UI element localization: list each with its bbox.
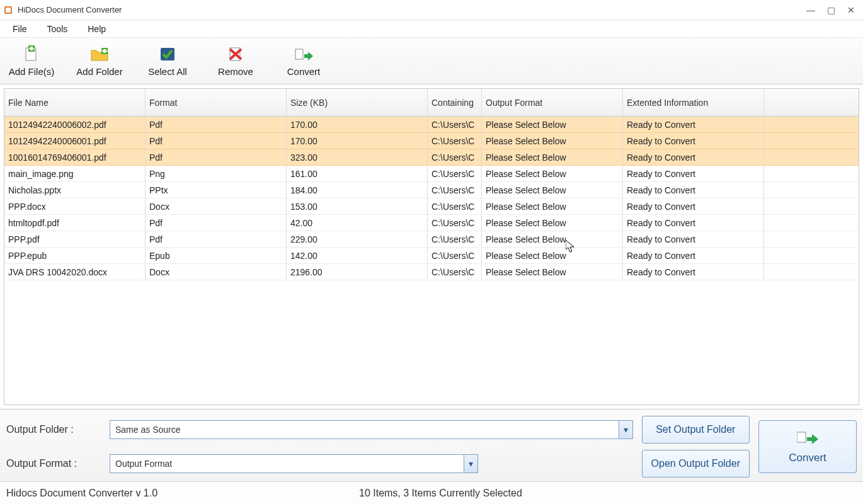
table-row[interactable]: PPP.epubEpub142.00C:\Users\CPlease Selec… (4, 248, 859, 264)
cell-format: Pdf (146, 149, 287, 165)
table-row[interactable]: 10016014769406001.pdfPdf323.00C:\Users\C… (4, 149, 859, 166)
col-header-format[interactable]: Format (146, 89, 287, 116)
svg-rect-5 (29, 48, 34, 49)
cell-containing: C:\Users\C (428, 133, 482, 149)
cell-format: Png (146, 166, 287, 181)
cell-containing: C:\Users\C (428, 149, 482, 165)
convert-button[interactable]: Convert (758, 420, 857, 473)
cell-filename: PPP.pdf (4, 231, 146, 247)
titlebar: HiDocs Document Converter — ▢ ✕ (0, 0, 863, 20)
add-file-icon (21, 45, 42, 64)
chevron-down-icon: ▾ (619, 421, 632, 438)
cell-containing: C:\Users\C (428, 231, 482, 247)
cell-filename: PPP.docx (4, 198, 146, 214)
col-header-extinfo[interactable]: Extented Information (623, 89, 764, 116)
select-all-icon (157, 45, 178, 64)
close-button[interactable]: ✕ (847, 5, 855, 15)
col-header-outputfmt[interactable]: Output Format (482, 89, 623, 116)
add-files-label: Add File(s) (9, 66, 55, 77)
cell-size: 170.00 (287, 133, 428, 149)
cell-extinfo: Ready to Convert (623, 264, 764, 280)
cell-outputfmt: Please Select Below (482, 133, 623, 149)
table-row[interactable]: 10124942240006002.pdfPdf170.00C:\Users\C… (4, 117, 859, 133)
menubar: File Tools Help (0, 20, 863, 38)
cell-format: Docx (146, 264, 287, 280)
cell-outputfmt: Please Select Below (482, 215, 623, 231)
table-row[interactable]: htmltopdf.pdfPdf42.00C:\Users\CPlease Se… (4, 215, 859, 231)
remove-icon (225, 45, 246, 64)
cell-containing: C:\Users\C (428, 215, 482, 231)
convert-toolbar-button[interactable]: Convert (278, 45, 329, 77)
add-files-button[interactable]: Add File(s) (6, 45, 57, 77)
table-row[interactable]: PPP.pdfPdf229.00C:\Users\CPlease Select … (4, 231, 859, 248)
cell-extinfo: Ready to Convert (623, 166, 764, 181)
cell-outputfmt: Please Select Below (482, 231, 623, 247)
cell-extinfo: Ready to Convert (623, 248, 764, 263)
cell-size: 42.00 (287, 215, 428, 231)
col-header-rest (764, 89, 859, 116)
cell-rest (764, 231, 859, 247)
cell-outputfmt: Please Select Below (482, 264, 623, 280)
table-row[interactable]: 10124942240006001.pdfPdf170.00C:\Users\C… (4, 133, 859, 149)
cell-containing: C:\Users\C (428, 248, 482, 263)
table-body: 10124942240006002.pdfPdf170.00C:\Users\C… (4, 117, 859, 280)
menu-help[interactable]: Help (79, 22, 115, 36)
cell-filename: Nicholas.pptx (4, 182, 146, 198)
status-selection: 10 Items, 3 Items Currently Selected (359, 488, 522, 499)
cell-size: 142.00 (287, 248, 428, 263)
table-row[interactable]: JVA DRS 10042020.docxDocx2196.00C:\Users… (4, 264, 859, 280)
cell-rest (764, 198, 859, 214)
output-format-combo[interactable]: Output Format ▾ (110, 454, 478, 473)
cell-format: Pdf (146, 215, 287, 231)
add-folder-button[interactable]: Add Folder (74, 45, 125, 77)
remove-button[interactable]: Remove (210, 45, 261, 77)
cell-format: Epub (146, 248, 287, 263)
file-table: File Name Format Size (KB) Containing Ou… (4, 88, 859, 405)
add-folder-icon (89, 45, 110, 64)
maximize-button[interactable]: ▢ (826, 5, 835, 15)
output-folder-value: Same as Source (115, 425, 181, 435)
cell-outputfmt: Please Select Below (482, 198, 623, 214)
cell-extinfo: Ready to Convert (623, 117, 764, 132)
convert-panel: Convert (758, 420, 857, 473)
col-header-size[interactable]: Size (KB) (287, 89, 428, 116)
cell-rest (764, 166, 859, 181)
cell-filename: 10016014769406001.pdf (4, 149, 146, 165)
cell-extinfo: Ready to Convert (623, 133, 764, 149)
cell-extinfo: Ready to Convert (623, 149, 764, 165)
table-row[interactable]: Nicholas.pptxPPtx184.00C:\Users\CPlease … (4, 182, 859, 198)
bottom-panel: Output Folder : Same as Source ▾ Set Out… (0, 409, 863, 481)
add-folder-label: Add Folder (76, 66, 122, 77)
select-all-button[interactable]: Select All (142, 45, 193, 77)
cell-containing: C:\Users\C (428, 166, 482, 181)
col-header-filename[interactable]: File Name (4, 89, 146, 116)
cell-format: Pdf (146, 117, 287, 132)
cell-rest (764, 182, 859, 198)
cell-outputfmt: Please Select Below (482, 166, 623, 181)
output-folder-combo[interactable]: Same as Source ▾ (110, 420, 633, 439)
col-header-containing[interactable]: Containing (428, 89, 482, 116)
output-format-value: Output Format (115, 459, 172, 469)
cell-size: 2196.00 (287, 264, 428, 280)
open-output-folder-button[interactable]: Open Output Folder (642, 450, 750, 478)
app-icon (3, 4, 14, 16)
convert-arrow-icon (797, 430, 818, 448)
menu-file[interactable]: File (4, 22, 36, 36)
cell-rest (764, 149, 859, 165)
cell-size: 161.00 (287, 166, 428, 181)
svg-rect-11 (295, 49, 303, 59)
cell-filename: htmltopdf.pdf (4, 215, 146, 231)
minimize-button[interactable]: — (806, 5, 815, 15)
set-output-folder-button[interactable]: Set Output Folder (642, 416, 750, 444)
cell-format: PPtx (146, 182, 287, 198)
cell-filename: main_image.png (4, 166, 146, 181)
menu-tools[interactable]: Tools (38, 22, 77, 36)
table-header: File Name Format Size (KB) Containing Ou… (4, 89, 859, 117)
cell-format: Pdf (146, 231, 287, 247)
toolbar: Add File(s) Add Folder Select All Remove… (0, 38, 863, 84)
table-row[interactable]: main_image.pngPng161.00C:\Users\CPlease … (4, 166, 859, 182)
cell-outputfmt: Please Select Below (482, 182, 623, 198)
cell-rest (764, 117, 859, 132)
table-row[interactable]: PPP.docxDocx153.00C:\Users\CPlease Selec… (4, 198, 859, 215)
cell-filename: PPP.epub (4, 248, 146, 263)
